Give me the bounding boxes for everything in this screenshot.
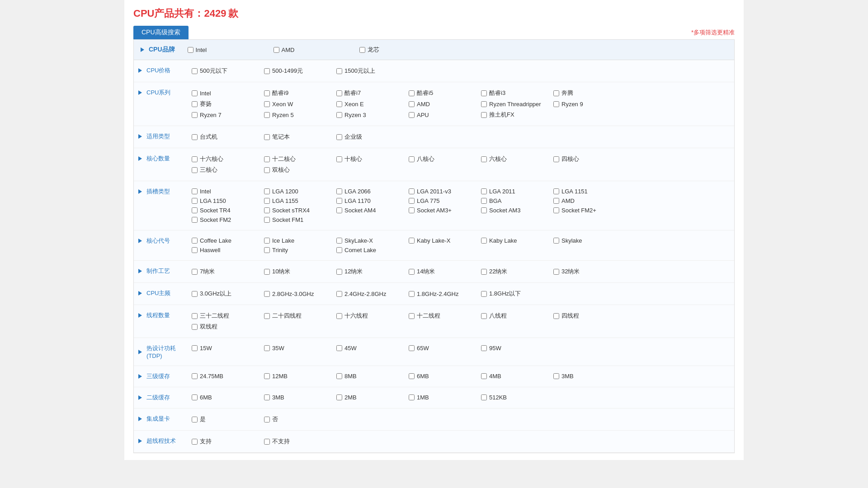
checkbox-7-0-2[interactable]: [336, 291, 342, 297]
filter-label-6[interactable]: 制作工艺: [134, 264, 188, 278]
opt-4-0-3[interactable]: LGA 2011-v3: [405, 187, 477, 196]
checkbox-12-0-1[interactable]: [264, 417, 270, 422]
opt-4-1-2[interactable]: LGA 1170: [333, 196, 405, 206]
opt-4-2-2[interactable]: Socket AM4: [333, 206, 405, 215]
opt-12-0-0[interactable]: 是: [188, 414, 260, 425]
opt-12-0-1[interactable]: 否: [260, 414, 333, 425]
checkbox-9-0-2[interactable]: [336, 345, 342, 351]
opt-5-0-0[interactable]: Coffee Lake: [188, 236, 260, 245]
opt-10-0-3[interactable]: 6MB: [405, 371, 477, 381]
checkbox-6-0-5[interactable]: [553, 269, 559, 275]
checkbox-4-1-2[interactable]: [336, 198, 342, 204]
checkbox-10-0-1[interactable]: [264, 373, 270, 379]
filter-label-12[interactable]: 集成显卡: [134, 412, 188, 426]
checkbox-3-0-0[interactable]: [192, 156, 198, 162]
opt-9-0-0[interactable]: 15W: [188, 343, 260, 353]
opt-3-0-0[interactable]: 十六核心: [188, 154, 260, 164]
opt-10-0-1[interactable]: 12MB: [260, 371, 333, 381]
opt-8-0-1[interactable]: 二十四线程: [260, 310, 333, 321]
checkbox-13-0-0[interactable]: [192, 439, 198, 445]
opt-2-0-2[interactable]: 企业级: [333, 131, 405, 142]
checkbox-1-2-4[interactable]: [481, 112, 487, 118]
checkbox-4-3-0[interactable]: [192, 217, 198, 223]
opt-5-1-1[interactable]: Trinity: [260, 245, 333, 255]
opt-3-0-3[interactable]: 八核心: [405, 154, 477, 164]
filter-label-3[interactable]: 核心数量: [134, 152, 188, 165]
checkbox-7-0-3[interactable]: [409, 291, 415, 297]
opt-1-0-5[interactable]: 奔腾: [550, 88, 622, 99]
opt-8-0-4[interactable]: 八线程: [477, 310, 550, 321]
brand-checkbox-intel[interactable]: [188, 47, 193, 53]
brand-checkbox-longsoon[interactable]: [359, 47, 365, 53]
opt-6-0-5[interactable]: 32纳米: [550, 266, 622, 277]
opt-0-0-2[interactable]: 1500元以上: [333, 66, 405, 76]
checkbox-8-0-5[interactable]: [553, 313, 559, 319]
checkbox-0-0-1[interactable]: [264, 68, 270, 74]
checkbox-5-0-3[interactable]: [409, 238, 415, 244]
checkbox-5-0-0[interactable]: [192, 238, 198, 244]
opt-1-1-3[interactable]: AMD: [405, 99, 477, 109]
checkbox-1-2-1[interactable]: [264, 112, 270, 118]
opt-4-1-0[interactable]: LGA 1150: [188, 196, 260, 206]
checkbox-4-3-1[interactable]: [264, 217, 270, 223]
opt-11-0-0[interactable]: 6MB: [188, 393, 260, 402]
checkbox-12-0-0[interactable]: [192, 417, 198, 422]
brand-checkbox-amd[interactable]: [274, 47, 279, 53]
checkbox-4-2-5[interactable]: [553, 207, 559, 213]
checkbox-1-0-5[interactable]: [553, 90, 559, 96]
opt-1-1-5[interactable]: Ryzen 9: [550, 99, 622, 109]
checkbox-8-0-4[interactable]: [481, 313, 487, 319]
opt-4-1-3[interactable]: LGA 775: [405, 196, 477, 206]
opt-4-2-0[interactable]: Socket TR4: [188, 206, 260, 215]
checkbox-8-0-0[interactable]: [192, 313, 198, 319]
checkbox-1-2-2[interactable]: [336, 112, 342, 118]
checkbox-4-0-4[interactable]: [481, 188, 487, 194]
opt-4-3-1[interactable]: Socket FM1: [260, 215, 333, 225]
filter-label-9[interactable]: 热设计功耗(TDP): [134, 342, 188, 362]
opt-4-3-0[interactable]: Socket FM2: [188, 215, 260, 225]
brand-option-longsoon[interactable]: 龙芯: [356, 44, 428, 55]
checkbox-1-1-5[interactable]: [553, 101, 559, 107]
checkbox-8-0-2[interactable]: [336, 313, 342, 319]
opt-7-0-2[interactable]: 2.4GHz-2.8GHz: [333, 288, 405, 299]
opt-4-0-0[interactable]: Intel: [188, 187, 260, 196]
opt-8-0-5[interactable]: 四线程: [550, 310, 622, 321]
opt-6-0-3[interactable]: 14纳米: [405, 266, 477, 277]
checkbox-9-0-3[interactable]: [409, 345, 415, 351]
opt-2-0-0[interactable]: 台式机: [188, 131, 260, 142]
opt-3-0-2[interactable]: 十核心: [333, 154, 405, 164]
brand-option-intel[interactable]: Intel: [184, 44, 256, 55]
opt-11-0-4[interactable]: 512KB: [477, 393, 550, 402]
checkbox-1-1-3[interactable]: [409, 101, 415, 107]
checkbox-1-1-2[interactable]: [336, 101, 342, 107]
opt-8-0-0[interactable]: 三十二线程: [188, 310, 260, 321]
opt-10-0-0[interactable]: 24.75MB: [188, 371, 260, 381]
opt-4-0-1[interactable]: LGA 1200: [260, 187, 333, 196]
opt-11-0-3[interactable]: 1MB: [405, 393, 477, 402]
opt-4-2-3[interactable]: Socket AM3+: [405, 206, 477, 215]
checkbox-8-1-0[interactable]: [192, 324, 198, 330]
checkbox-1-0-1[interactable]: [264, 90, 270, 96]
opt-4-1-4[interactable]: BGA: [477, 196, 550, 206]
checkbox-4-0-3[interactable]: [409, 188, 415, 194]
checkbox-11-0-0[interactable]: [192, 394, 198, 400]
opt-9-0-4[interactable]: 95W: [477, 343, 550, 353]
opt-4-1-1[interactable]: LGA 1155: [260, 196, 333, 206]
checkbox-9-0-0[interactable]: [192, 345, 198, 351]
checkbox-4-1-1[interactable]: [264, 198, 270, 204]
opt-4-1-5[interactable]: AMD: [550, 196, 622, 206]
opt-3-1-1[interactable]: 双核心: [260, 164, 333, 175]
checkbox-11-0-1[interactable]: [264, 394, 270, 400]
checkbox-5-0-4[interactable]: [481, 238, 487, 244]
checkbox-5-1-1[interactable]: [264, 247, 270, 253]
opt-7-0-0[interactable]: 3.0GHz以上: [188, 288, 260, 299]
opt-1-1-2[interactable]: Xeon E: [333, 99, 405, 109]
checkbox-4-1-5[interactable]: [553, 198, 559, 204]
checkbox-1-0-2[interactable]: [336, 90, 342, 96]
checkbox-8-0-3[interactable]: [409, 313, 415, 319]
checkbox-6-0-2[interactable]: [336, 269, 342, 275]
filter-label-8[interactable]: 线程数量: [134, 309, 188, 322]
opt-1-2-3[interactable]: APU: [405, 109, 477, 120]
opt-10-0-5[interactable]: 3MB: [550, 371, 622, 381]
opt-1-1-4[interactable]: Ryzen Threadripper: [477, 99, 550, 109]
